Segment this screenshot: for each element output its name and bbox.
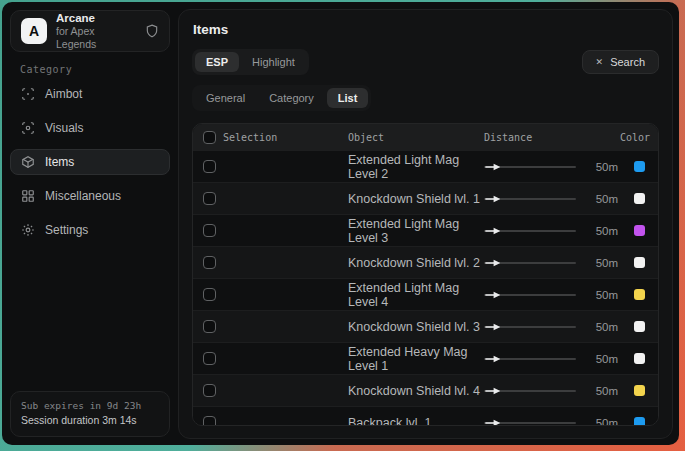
color-swatch[interactable]: [634, 225, 645, 236]
brand-card: A Arcane for Apex Legends: [10, 10, 170, 52]
color-swatch[interactable]: [634, 161, 645, 172]
distance-value: 50m: [576, 417, 620, 427]
sidebar-item-miscellaneous[interactable]: Miscellaneous: [10, 183, 170, 209]
scan-eye-icon: [21, 121, 35, 135]
distance-slider[interactable]: [484, 353, 576, 365]
search-button[interactable]: ✕ Search: [582, 50, 659, 74]
row-checkbox[interactable]: [203, 384, 216, 397]
distance-value: 50m: [576, 193, 620, 205]
slider-thumb[interactable]: [485, 227, 500, 235]
app-name: Arcane: [56, 11, 136, 25]
distance-slider[interactable]: [484, 289, 576, 301]
subscription-card: Sub expires in 9d 23h Session duration 3…: [10, 391, 170, 437]
crosshair-icon: [21, 87, 35, 101]
column-header-selection: Selection: [223, 132, 348, 143]
app-window: A Arcane for Apex Legends Category Aimbo…: [2, 2, 679, 445]
slider-thumb[interactable]: [485, 259, 500, 267]
toolbar: ESP Highlight ✕ Search: [192, 49, 659, 75]
slider-thumb[interactable]: [485, 195, 500, 203]
distance-slider[interactable]: [484, 385, 576, 397]
main-panel: Items ESP Highlight ✕ Search General Cat…: [178, 9, 673, 439]
session-duration-text: Session duration 3m 14s: [21, 413, 159, 429]
items-table: Selection Object Distance Color Extended…: [192, 123, 659, 426]
select-all-checkbox[interactable]: [203, 131, 216, 144]
category-label: Category: [20, 64, 178, 75]
column-header-distance: Distance: [484, 132, 576, 143]
color-swatch[interactable]: [634, 257, 645, 268]
row-checkbox[interactable]: [203, 352, 216, 365]
slider-thumb[interactable]: [485, 163, 500, 171]
row-checkbox[interactable]: [203, 288, 216, 301]
page-title: Items: [193, 22, 659, 37]
tab-list[interactable]: List: [327, 88, 369, 108]
slider-thumb[interactable]: [485, 419, 500, 426]
sidebar-item-items[interactable]: Items: [10, 149, 170, 175]
distance-slider[interactable]: [484, 161, 576, 173]
table-row: Knockdown Shield lvl. 4 50m: [193, 374, 658, 406]
object-name: Extended Light Mag Level 4: [348, 281, 484, 309]
sub-expires-text: Sub expires in 9d 23h: [21, 399, 159, 413]
table-row: Knockdown Shield lvl. 1 50m: [193, 182, 658, 214]
distance-slider[interactable]: [484, 193, 576, 205]
color-swatch[interactable]: [634, 289, 645, 300]
app-logo: A: [21, 18, 47, 44]
color-swatch[interactable]: [634, 353, 645, 364]
gear-icon: [21, 223, 35, 237]
table-row: Extended Light Mag Level 3 50m: [193, 214, 658, 246]
sidebar-nav: Aimbot Visuals Items Miscellaneous Setti…: [2, 81, 178, 243]
table-row: Extended Light Mag Level 2 50m: [193, 150, 658, 182]
distance-slider[interactable]: [484, 321, 576, 333]
tab-general[interactable]: General: [195, 88, 256, 108]
color-swatch[interactable]: [634, 193, 645, 204]
table-header: Selection Object Distance Color: [193, 124, 658, 150]
distance-value: 50m: [576, 353, 620, 365]
column-header-color: Color: [620, 132, 658, 143]
tab-category[interactable]: Category: [258, 88, 325, 108]
object-name: Knockdown Shield lvl. 4: [348, 384, 484, 398]
distance-value: 50m: [576, 161, 620, 173]
color-swatch[interactable]: [634, 321, 645, 332]
distance-slider[interactable]: [484, 257, 576, 269]
object-name: Extended Light Mag Level 3: [348, 217, 484, 245]
shield-icon[interactable]: [145, 24, 159, 38]
tab-esp[interactable]: ESP: [195, 52, 239, 72]
slider-thumb[interactable]: [485, 323, 500, 331]
cube-icon: [21, 155, 35, 169]
table-row: Extended Heavy Mag Level 1 50m: [193, 342, 658, 374]
table-body: Extended Light Mag Level 2 50m Knockdown…: [193, 150, 658, 426]
slider-thumb[interactable]: [485, 387, 500, 395]
view-tab-group: General Category List: [192, 85, 371, 111]
sidebar-item-visuals[interactable]: Visuals: [10, 115, 170, 141]
distance-slider[interactable]: [484, 225, 576, 237]
row-checkbox[interactable]: [203, 192, 216, 205]
tab-highlight[interactable]: Highlight: [241, 52, 306, 72]
sidebar-item-settings[interactable]: Settings: [10, 217, 170, 243]
color-swatch[interactable]: [634, 417, 645, 426]
distance-slider[interactable]: [484, 417, 576, 427]
mode-tab-group: ESP Highlight: [192, 49, 309, 75]
object-name: Knockdown Shield lvl. 1: [348, 192, 484, 206]
object-name: Backpack lvl. 1: [348, 416, 484, 427]
slider-thumb[interactable]: [485, 355, 500, 363]
distance-value: 50m: [576, 289, 620, 301]
grid-icon: [21, 189, 35, 203]
row-checkbox[interactable]: [203, 416, 216, 426]
app-subtitle: for Apex Legends: [56, 25, 136, 51]
slider-thumb[interactable]: [485, 291, 500, 299]
close-icon: ✕: [596, 57, 604, 67]
object-name: Knockdown Shield lvl. 3: [348, 320, 484, 334]
table-row: Extended Light Mag Level 4 50m: [193, 278, 658, 310]
color-swatch[interactable]: [634, 385, 645, 396]
distance-value: 50m: [576, 225, 620, 237]
search-button-label: Search: [610, 56, 645, 68]
sidebar: A Arcane for Apex Legends Category Aimbo…: [2, 2, 178, 445]
row-checkbox[interactable]: [203, 320, 216, 333]
row-checkbox[interactable]: [203, 256, 216, 269]
sidebar-item-aimbot[interactable]: Aimbot: [10, 81, 170, 107]
table-row: Knockdown Shield lvl. 2 50m: [193, 246, 658, 278]
row-checkbox[interactable]: [203, 160, 216, 173]
distance-value: 50m: [576, 385, 620, 397]
row-checkbox[interactable]: [203, 224, 216, 237]
table-row: Knockdown Shield lvl. 3 50m: [193, 310, 658, 342]
distance-value: 50m: [576, 257, 620, 269]
